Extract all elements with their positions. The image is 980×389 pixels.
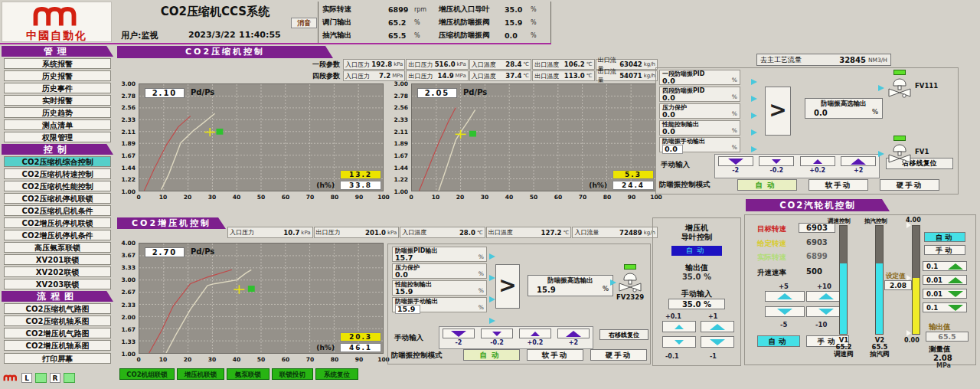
- y-axis-tick: 2.11: [394, 128, 408, 135]
- mode-button-自动[interactable]: 自动: [463, 349, 520, 361]
- sidebar-item[interactable]: 权限管理: [4, 132, 111, 142]
- param-label: 压缩机防喘振阀: [439, 31, 505, 41]
- sidebar-item[interactable]: CO2增压机停机条件: [4, 230, 111, 240]
- manual-adjust-button[interactable]: [841, 156, 876, 166]
- surge-input-value[interactable]: 0.0: [662, 145, 683, 154]
- x-axis-tick: 80: [603, 194, 611, 201]
- sidebar-item[interactable]: CO2压缩机综合控制: [4, 156, 111, 167]
- igv-adjust-button[interactable]: [662, 321, 696, 332]
- sidebar-item[interactable]: 系统报警: [4, 58, 111, 69]
- process-param-cell: 出口温度106.2℃: [532, 59, 594, 70]
- line-reset-button[interactable]: 右移线复位: [599, 329, 648, 340]
- sidebar-item[interactable]: 高压氨泵联锁: [4, 242, 111, 253]
- igv-adjust-button[interactable]: [662, 336, 696, 348]
- flow-label: 去主工艺流量: [760, 55, 839, 65]
- y-axis-tick: 1.67: [121, 152, 136, 159]
- param-unit: ℃: [477, 230, 483, 236]
- param-label: 实际转速: [322, 5, 388, 15]
- mode-button-手动[interactable]: 手动: [924, 245, 965, 255]
- pressure-step-button[interactable]: 0.01: [923, 289, 967, 299]
- sidebar-item[interactable]: CO2压缩机转速控制: [4, 168, 111, 179]
- sidebar-item[interactable]: CO2压缩机轴系图: [4, 315, 111, 326]
- manual-adjust-button[interactable]: [519, 329, 551, 338]
- manual-step-cell: +2: [838, 155, 880, 178]
- speed-adjust-button[interactable]: [765, 291, 805, 302]
- param-label: 入口温度: [472, 72, 506, 80]
- param-unit: MPa: [392, 73, 403, 79]
- y-axis-tick: 2.00: [121, 313, 136, 320]
- sidebar-item[interactable]: 测点清单: [4, 119, 111, 130]
- interlock-button[interactable]: 系统复位: [315, 368, 358, 380]
- param-value: 65.5: [388, 31, 414, 40]
- process-param-cell: 出口压力516.0kPa: [406, 59, 468, 70]
- manual-adjust-button[interactable]: [759, 156, 794, 166]
- down-triangle-icon: [777, 309, 792, 315]
- interlock-button[interactable]: CO2机组联锁: [119, 368, 175, 380]
- surge-input-value: 0.0: [662, 128, 737, 136]
- mode-button-自动[interactable]: 自动: [737, 179, 797, 191]
- sidebar-item[interactable]: XV203联锁: [4, 279, 111, 289]
- igv-adjust-button[interactable]: [701, 336, 734, 348]
- mode-button-硬手动[interactable]: 硬手动: [880, 179, 939, 191]
- y-axis-tick: 3.33: [121, 264, 136, 271]
- sidebar-item[interactable]: 历史报警: [4, 70, 111, 81]
- sidebar-item[interactable]: CO2增压机气路图: [4, 328, 111, 338]
- manual-adjust-button[interactable]: [443, 329, 475, 338]
- manual-adjust-button[interactable]: [557, 329, 590, 338]
- pressure-setpoint-value[interactable]: 2.08: [884, 280, 912, 290]
- manual-adjust-button[interactable]: [481, 329, 513, 338]
- interlock-button[interactable]: 联锁投切: [272, 368, 313, 380]
- sidebar-item[interactable]: 历史趋势: [4, 107, 111, 118]
- compressor-section-header: CO2压缩机控制: [117, 46, 333, 58]
- pressure-step-button[interactable]: 0.01: [923, 275, 967, 285]
- sidebar-item[interactable]: CO2压缩机启机条件: [4, 205, 111, 216]
- pressure-step-button[interactable]: 0.1: [923, 302, 967, 312]
- igv-output-label: 输出值: [653, 263, 740, 273]
- igv-mode-button[interactable]: 自动: [671, 246, 722, 256]
- param-unit: %: [414, 19, 433, 26]
- left-screen-button[interactable]: L: [21, 373, 32, 383]
- flow-arrow-icon: [489, 296, 495, 302]
- sidebar-item[interactable]: 实时报警: [4, 95, 111, 106]
- param-unit: %: [531, 19, 549, 26]
- pdps-label: Pd/Ps: [191, 88, 214, 96]
- right-screen-button[interactable]: R: [50, 373, 60, 383]
- mode-button-软手动[interactable]: 软手动: [808, 179, 868, 191]
- governor-valve-slider[interactable]: [839, 225, 848, 335]
- sidebar-item[interactable]: XV201联锁: [4, 254, 111, 265]
- mode-button-软手动[interactable]: 软手动: [527, 349, 583, 361]
- igv-manual-input[interactable]: 35.0 %: [668, 299, 725, 309]
- sidebar-item[interactable]: CO2压缩机气路图: [4, 303, 111, 314]
- igv-adjust-button[interactable]: [701, 321, 734, 332]
- sidebar-item[interactable]: 历史事件: [4, 83, 111, 93]
- mode-button-自动[interactable]: 自动: [757, 335, 800, 347]
- sidebar-item[interactable]: CO2压缩机性能控制: [4, 181, 111, 191]
- sidebar-item[interactable]: CO2增压机轴系图: [4, 340, 111, 351]
- down-triangle-icon: [948, 291, 963, 297]
- interlock-button[interactable]: 氨泵联锁: [227, 368, 270, 380]
- x-axis-tick: 70: [306, 356, 314, 363]
- header-param: 增压机防喘振阀15.9%: [439, 17, 549, 28]
- x-axis-tick: 70: [306, 194, 314, 201]
- manual-adjust-button[interactable]: [718, 156, 753, 166]
- sidebar-item[interactable]: CO2压缩机停机联锁: [4, 193, 111, 204]
- extraction-valve-slider[interactable]: [875, 225, 884, 335]
- manual-adjust-button[interactable]: [800, 156, 835, 166]
- extraction-slider-label: 抽汽控制: [864, 217, 887, 225]
- y-axis-tick: 3.00: [121, 80, 136, 87]
- header-param: 实际转速6899rpm: [322, 4, 433, 15]
- sidebar-item[interactable]: CO2增压机停机联锁: [4, 217, 111, 228]
- print-screen-button[interactable]: 打印屏幕: [4, 353, 111, 364]
- pressure-setpoint-slider[interactable]: [912, 225, 920, 335]
- mode-button-自动[interactable]: 自动: [924, 232, 965, 242]
- mode-button-硬手动[interactable]: 硬手动: [590, 349, 647, 361]
- speed-adjust-button[interactable]: [765, 306, 805, 317]
- param-unit: kg/h: [644, 61, 655, 67]
- param-unit: ℃: [523, 61, 529, 67]
- interlock-button[interactable]: 增压机联锁: [177, 368, 224, 380]
- mute-alarm-button[interactable]: 消音: [291, 18, 317, 28]
- valve-tag: FV1: [915, 148, 929, 155]
- surge-input-value[interactable]: 15.9: [395, 305, 420, 314]
- pressure-step-button[interactable]: 0.1: [923, 261, 967, 271]
- sidebar-item[interactable]: XV202联锁: [4, 266, 111, 277]
